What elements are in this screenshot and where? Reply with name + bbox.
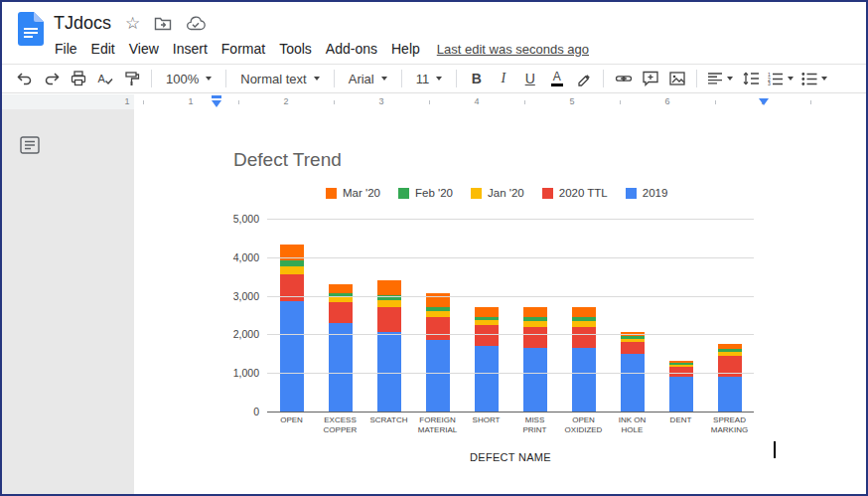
font-value: Arial: [349, 72, 374, 86]
bar-slot: [559, 219, 608, 412]
legend-swatch: [326, 188, 337, 199]
numbered-list-button[interactable]: 123: [765, 67, 796, 90]
bar-segment: [280, 266, 304, 274]
menu-item-edit[interactable]: Edit: [84, 39, 122, 59]
bar-slot: [656, 219, 705, 412]
redo-button[interactable]: [39, 67, 64, 90]
menu-item-help[interactable]: Help: [384, 39, 427, 59]
x-axis-category-label: FOREIGN MATERIAL: [413, 415, 462, 434]
bulleted-list-button[interactable]: [798, 67, 830, 90]
bar-slot: [705, 219, 754, 412]
svg-text:A: A: [97, 73, 105, 84]
ruler-number: 3: [378, 96, 383, 106]
undo-button[interactable]: [12, 67, 37, 90]
bar-segment: [329, 323, 353, 412]
legend-label: Mar '20: [343, 187, 380, 199]
style-value: Normal text: [240, 72, 306, 86]
ruler-number: 5: [569, 96, 574, 106]
gridline: [267, 334, 754, 335]
toolbar-separator: [456, 70, 457, 87]
bold-button[interactable]: B: [464, 67, 489, 90]
line-spacing-button[interactable]: [738, 67, 763, 90]
paragraph-style-select[interactable]: Normal text: [233, 70, 326, 88]
menu-bar: FileEditViewInsertFormatToolsAdd-onsHelp…: [48, 38, 589, 60]
bar-open-oxidized: [572, 307, 596, 412]
ruler-number: 1: [124, 96, 129, 106]
legend-swatch: [626, 188, 637, 199]
bar-segment: [669, 377, 693, 412]
menu-item-view[interactable]: View: [122, 39, 166, 59]
menu-item-addons[interactable]: Add-ons: [319, 39, 384, 59]
underline-button[interactable]: U: [517, 67, 542, 90]
last-edit-link[interactable]: Last edit was seconds ago: [437, 42, 589, 57]
bar-miss-print: [523, 307, 547, 412]
legend-swatch: [398, 188, 409, 199]
bar-segment: [621, 342, 645, 354]
legend-item: 2019: [626, 187, 668, 199]
bar-open: [280, 245, 304, 412]
menu-item-file[interactable]: File: [48, 39, 84, 59]
bar-ink-on-hole: [621, 332, 645, 412]
toolbar-separator: [401, 70, 402, 87]
legend-item: Feb '20: [398, 187, 453, 199]
chart-bars: [267, 219, 754, 412]
x-axis-category-label: SHORT: [462, 415, 510, 434]
italic-button[interactable]: I: [491, 67, 515, 90]
x-axis-category-label: MISS PRINT: [510, 415, 559, 434]
menu-item-tools[interactable]: Tools: [272, 39, 319, 59]
ruler-tick: [238, 100, 239, 104]
move-to-folder-icon[interactable]: [154, 16, 172, 32]
paint-format-button[interactable]: [119, 67, 144, 90]
insert-link-button[interactable]: [611, 67, 636, 90]
menu-item-insert[interactable]: Insert: [166, 39, 215, 59]
bar-segment: [523, 307, 547, 317]
x-axis-category-label: OPEN OXIDIZED: [559, 415, 608, 434]
y-axis-tick-label: 3,000: [184, 290, 259, 302]
ruler-number: 1: [188, 96, 193, 106]
x-axis-category-label: SCRATCH: [364, 415, 413, 434]
insert-image-button[interactable]: [664, 67, 689, 90]
chevron-down-icon: [206, 77, 212, 81]
document-page[interactable]: Defect Trend Mar '20Feb '20Jan '202020 T…: [134, 109, 868, 494]
star-icon[interactable]: ☆: [125, 15, 140, 32]
show-outline-button[interactable]: [18, 133, 42, 157]
zoom-select[interactable]: 100%: [159, 70, 218, 88]
add-comment-button[interactable]: [638, 67, 662, 90]
spellcheck-button[interactable]: A: [92, 67, 117, 90]
x-axis-title: DEFECT NAME: [267, 451, 754, 463]
bar-slot: [364, 219, 413, 412]
right-indent-marker[interactable]: [759, 98, 769, 105]
ruler-tick: [620, 100, 621, 104]
document-area: Defect Trend Mar '20Feb '20Jan '202020 T…: [2, 109, 866, 494]
text-color-button[interactable]: A: [544, 67, 569, 90]
docs-logo-icon[interactable]: [18, 12, 44, 46]
left-indent-marker[interactable]: [212, 100, 221, 107]
doc-title[interactable]: TJdocs: [54, 13, 111, 34]
font-size-select[interactable]: 11: [409, 70, 450, 88]
legend-label: Jan '20: [488, 187, 524, 199]
gridline: [267, 373, 754, 374]
chevron-down-icon: [727, 77, 733, 81]
bar-slot: [462, 219, 510, 412]
highlight-color-button[interactable]: [571, 67, 596, 90]
x-axis-category-label: OPEN: [267, 415, 316, 434]
align-button[interactable]: [704, 67, 736, 90]
cloud-saved-icon[interactable]: [186, 16, 206, 32]
gridline: [267, 296, 754, 297]
defect-trend-chart[interactable]: Defect Trend Mar '20Feb '20Jan '202020 T…: [134, 109, 868, 494]
chevron-down-icon: [314, 77, 320, 81]
bar-segment: [280, 301, 304, 412]
title-row: TJdocs ☆: [54, 13, 206, 34]
legend-item: 2020 TTL: [542, 187, 608, 199]
x-axis-labels: OPENEXCESS COPPERSCRATCHFOREIGN MATERIAL…: [267, 415, 754, 434]
font-select[interactable]: Arial: [342, 70, 394, 88]
bar-short: [475, 307, 499, 412]
chart-title: Defect Trend: [233, 149, 342, 171]
print-button[interactable]: [66, 67, 90, 90]
menu-item-format[interactable]: Format: [215, 39, 272, 59]
bar-segment: [475, 346, 499, 412]
bar-segment: [621, 354, 645, 412]
first-line-indent-marker[interactable]: [212, 95, 221, 98]
bar-slot: [316, 219, 364, 412]
chevron-down-icon: [788, 77, 794, 81]
